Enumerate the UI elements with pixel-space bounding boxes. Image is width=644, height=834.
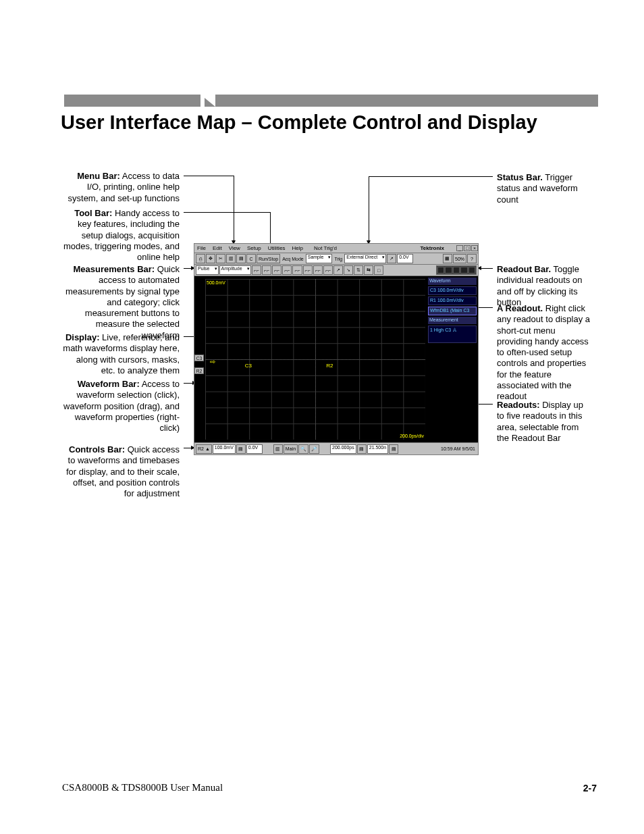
annotation-status-bar: Status Bar. Trigger status and waveform … <box>497 172 591 205</box>
vert-pos-field[interactable]: 0.0V <box>246 444 263 454</box>
annotation-readout-bar: Readout Bar. Toggle individual readouts … <box>497 264 591 308</box>
meas-category-select[interactable]: Amplitude <box>219 265 251 275</box>
annotation-display: Display: Live, reference, and math wavef… <box>61 332 180 376</box>
readout-toggle-2[interactable] <box>445 267 452 273</box>
minimize-button[interactable]: _ <box>456 245 463 251</box>
annotation-tool-bar: Tool Bar: Handy access to key features, … <box>61 208 180 263</box>
header-notch <box>200 95 215 107</box>
leader-line <box>184 448 194 448</box>
horiz-scale-field[interactable]: 200.000ps <box>330 444 356 454</box>
trace-label-r2: R2 <box>326 363 333 369</box>
close-button[interactable]: × <box>471 245 478 251</box>
meas-btn-3[interactable]: ⌐⌐ <box>282 265 292 275</box>
measurements-bar: Pulse Amplitude ⌐⌐ ⌐⌐ ⌐⌐ ⌐⌐ ⌐⌐ ⌐⌐ ⌐⌐ ⌐⌐ … <box>194 265 478 276</box>
annotation-label: Tool Bar: <box>74 208 112 218</box>
runstop-button[interactable]: Run/Stop <box>257 254 280 263</box>
annotation-label: Menu Bar: <box>77 171 120 181</box>
readout-toggle-4[interactable] <box>460 267 467 273</box>
timebase-icon[interactable]: ▥ <box>273 444 283 454</box>
readout-wfmdb1[interactable]: WfmDB1 (Main C3 <box>428 307 477 315</box>
leader-line <box>234 176 234 244</box>
autoset-icon[interactable]: ▦ <box>443 254 452 263</box>
display-area: 500.0mV 200.0ps/div C3 R2 ⇨ C3 R2 Wavefo… <box>194 276 478 442</box>
oscilloscope-screenshot: File Edit View Setup Utilities Help Not … <box>194 243 479 455</box>
vert-scale-stepper[interactable]: ▤ <box>236 444 246 454</box>
meas-btn-2[interactable]: ⌐⌐ <box>272 265 281 275</box>
readout-meas-1[interactable]: 1 High C3 ⩓ <box>428 325 477 343</box>
menu-file[interactable]: File <box>197 245 206 251</box>
brand-label: Tektronix <box>421 245 444 251</box>
wfm-select-button[interactable]: R2 ▲ <box>196 444 212 454</box>
meas-btn-4[interactable]: ⌐⌐ <box>292 265 302 275</box>
annotation-label: Readout Bar. <box>497 264 551 274</box>
leader-line <box>369 176 369 244</box>
page-title: User Interface Map – Complete Control an… <box>61 111 537 134</box>
waveform-tag-c3[interactable]: C3 <box>194 355 204 361</box>
readout-toggle-5[interactable] <box>468 267 475 273</box>
waveform-tag-r2[interactable]: R2 <box>194 367 204 374</box>
maximize-button[interactable]: □ <box>464 245 471 251</box>
clock-label: 10:59 AM 9/5/01 <box>439 446 477 451</box>
meas-btn-5[interactable]: ⌐⌐ <box>303 265 313 275</box>
horiz-scale-stepper[interactable]: ▤ <box>357 444 367 454</box>
zoom-in-icon[interactable]: 🔍 <box>298 444 308 454</box>
leader-line <box>184 176 234 176</box>
footer-manual-title: CSA8000B & TDS8000B User Manual <box>62 782 223 793</box>
trace-label-c3: C3 <box>245 363 252 369</box>
waveform-grid[interactable]: 500.0mV 200.0ps/div C3 R2 ⇨ C3 R2 <box>205 279 425 440</box>
menu-view[interactable]: View <box>229 245 240 251</box>
vert-scale-label: 500.0mV <box>207 280 225 285</box>
meas-btn-12[interactable]: □ <box>374 265 383 275</box>
menu-edit[interactable]: Edit <box>213 245 222 251</box>
annotation-readouts: Readouts: Display up to five readouts in… <box>497 400 591 444</box>
acq-icon[interactable]: ▥ <box>226 254 236 263</box>
meas-type-select[interactable]: Pulse <box>196 265 219 275</box>
trig-slope-icon[interactable]: ↗ <box>387 254 396 263</box>
cursor-icon[interactable]: ✂ <box>216 254 225 263</box>
menu-setup[interactable]: Setup <box>247 245 261 251</box>
trig-level-field[interactable]: 0.0V <box>397 254 413 263</box>
readout-c3[interactable]: C3 100.0mV/div <box>428 286 477 295</box>
meas-btn-11[interactable]: ⇆ <box>364 265 373 275</box>
acq-mode-select[interactable]: Sample <box>306 254 333 263</box>
zoom-out-icon[interactable]: 🔎 <box>309 444 319 454</box>
meas-btn-9[interactable]: ↘ <box>344 265 353 275</box>
vert-scale-field[interactable]: 100.0mV <box>213 444 236 454</box>
annotation-label: Readouts: <box>497 400 540 410</box>
help-icon[interactable]: ? <box>467 254 477 263</box>
status-text: Not Trig'd <box>314 245 337 251</box>
readout-r1[interactable]: R1 100.0mV/div <box>428 296 477 305</box>
meas-btn-6[interactable]: ⌐⌐ <box>313 265 323 275</box>
acq-mode-label: Acq Mode <box>281 257 305 261</box>
annotation-text: Right click any readout to display a sho… <box>497 303 590 401</box>
annotation-label: Display: <box>65 332 100 342</box>
pct-button[interactable]: 50% <box>453 254 466 263</box>
timebase-button[interactable]: Main <box>284 444 298 454</box>
setup-icon[interactable]: ✥ <box>206 254 215 263</box>
meas-btn-7[interactable]: ⌐⌐ <box>323 265 333 275</box>
menu-bar: File Edit View Setup Utilities Help Not … <box>194 244 478 253</box>
menu-utilities[interactable]: Utilities <box>268 245 286 251</box>
meas-btn-0[interactable]: ⌐⌐ <box>252 265 261 275</box>
header-rule <box>64 95 598 107</box>
meas-btn-1[interactable]: ⌐⌐ <box>262 265 271 275</box>
meas-btn-8[interactable]: ↗ <box>333 265 343 275</box>
horiz-pos-field[interactable]: 21.500n <box>367 444 388 454</box>
readout-header-waveform: Waveform <box>428 278 477 285</box>
horiz-pos-stepper[interactable]: ▤ <box>389 444 398 454</box>
meas-btn-10[interactable]: ⇅ <box>354 265 363 275</box>
annotation-menu-bar: Menu Bar: Access to data I/O, printing, … <box>61 171 180 204</box>
clear-button[interactable]: C <box>246 254 256 263</box>
readout-header-measurement: Measurement <box>428 317 477 324</box>
trig-source-select[interactable]: External Direct <box>344 254 386 263</box>
print-icon[interactable]: ⎙ <box>196 254 205 263</box>
window-buttons: _ □ × <box>456 245 478 251</box>
tool-bar: ⎙ ✥ ✂ ▥ ▤ C Run/Stop Acq Mode Sample Tri… <box>194 253 478 265</box>
annotation-label: Measurements Bar: <box>74 264 155 274</box>
readout-bar-toggles <box>436 265 477 275</box>
menu-help[interactable]: Help <box>292 245 303 251</box>
readout-toggle-1[interactable] <box>437 267 444 273</box>
hist-icon[interactable]: ▤ <box>236 254 246 263</box>
readout-toggle-3[interactable] <box>453 267 460 273</box>
leader-line <box>369 176 493 177</box>
